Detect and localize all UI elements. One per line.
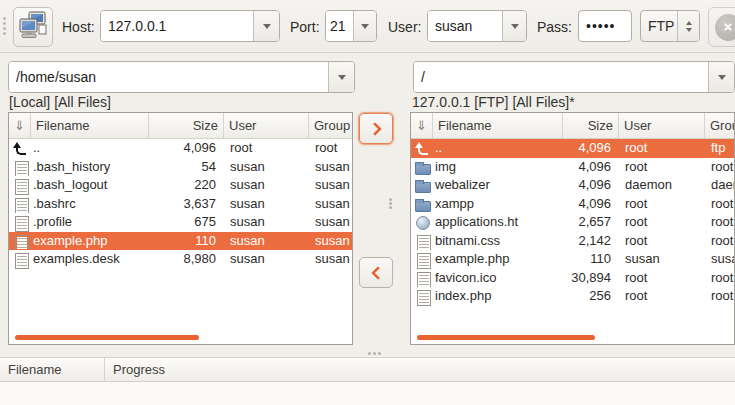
folder-icon <box>411 176 433 195</box>
table-row[interactable]: .. 4,096 root root <box>9 139 352 158</box>
queue-filename-column-header[interactable]: Filename <box>0 358 105 381</box>
folder-icon <box>411 195 433 214</box>
user-column-header[interactable]: User <box>619 113 705 138</box>
file-icon <box>9 250 31 269</box>
remote-path-dropdown-button[interactable] <box>708 62 734 92</box>
stop-button[interactable]: × <box>708 7 735 47</box>
up-icon <box>411 139 433 158</box>
queue-splitter-handle[interactable] <box>368 352 371 355</box>
file-icon <box>9 213 31 232</box>
connection-toolbar: Host: Port: User: Pass: FTP × <box>0 0 735 53</box>
group-column-header[interactable]: Group <box>705 113 735 138</box>
table-row[interactable]: example.php 110 susan susan <box>411 250 734 269</box>
local-list-header: ⇓ Filename Size User Group <box>9 113 352 139</box>
transfer-to-remote-button[interactable] <box>359 113 393 144</box>
protocol-select[interactable]: FTP <box>640 10 700 42</box>
table-row[interactable]: .profile 675 susan susan <box>9 213 352 232</box>
transfer-queue-header: Filename Progress <box>0 357 735 382</box>
chevron-down-icon <box>511 24 519 33</box>
group-column-header[interactable]: Group <box>309 113 353 138</box>
table-row[interactable]: examples.desk 8,980 susan susan <box>9 250 352 269</box>
remote-list-header: ⇓ Filename Size User Group <box>411 113 734 139</box>
host-dropdown-button[interactable] <box>253 11 279 41</box>
connect-computers-icon <box>18 10 48 44</box>
file-icon <box>411 269 433 288</box>
transfer-to-local-button[interactable] <box>359 257 393 288</box>
port-combo <box>325 10 377 42</box>
user-input[interactable] <box>428 11 502 41</box>
toolbar-drag-handle[interactable] <box>3 17 6 20</box>
sort-column-header[interactable]: ⇓ <box>9 113 31 138</box>
chevron-down-icon <box>263 24 271 33</box>
table-row[interactable]: xampp 4,096 root root <box>411 195 734 214</box>
remote-file-list: ⇓ Filename Size User Group .. 4,096 root… <box>410 112 735 345</box>
sort-descending-icon: ⇓ <box>14 118 25 133</box>
local-path-input[interactable] <box>9 62 328 92</box>
pass-label: Pass: <box>537 11 572 43</box>
host-input[interactable] <box>101 11 253 41</box>
sort-column-header[interactable]: ⇓ <box>411 113 433 138</box>
protocol-spinner[interactable] <box>677 11 699 41</box>
connect-button[interactable] <box>13 7 53 47</box>
port-label: Port: <box>290 11 320 43</box>
remote-path-combo <box>413 61 735 93</box>
transfer-queue-list[interactable] <box>0 382 735 405</box>
local-rows: .. 4,096 root root .bash_history 54 susa… <box>9 139 352 344</box>
user-dropdown-button[interactable] <box>502 11 526 41</box>
remote-rows: .. 4,096 root ftp img 4,096 root root we… <box>411 139 734 344</box>
table-row[interactable]: favicon.ico 30,894 root root <box>411 269 734 288</box>
user-label: User: <box>388 11 421 43</box>
size-column-header[interactable]: Size <box>563 113 619 138</box>
file-icon <box>411 232 433 251</box>
table-row[interactable]: webalizer 4,096 daemon daemon <box>411 176 734 195</box>
table-row[interactable]: example.php 110 susan susan <box>9 232 352 251</box>
port-input[interactable] <box>326 11 353 41</box>
password-input[interactable] <box>578 10 632 42</box>
local-status-label: [Local] [All Files] <box>9 94 111 110</box>
file-icon <box>9 232 31 251</box>
chevron-down-icon <box>338 75 346 84</box>
user-combo <box>427 10 527 42</box>
user-column-header[interactable]: User <box>224 113 309 138</box>
pane-splitter-handle[interactable] <box>389 198 392 201</box>
globe-icon <box>411 213 433 232</box>
table-row[interactable]: img 4,096 root root <box>411 158 734 177</box>
chevron-down-icon <box>361 24 369 33</box>
table-row[interactable]: .bash_logout 220 susan susan <box>9 176 352 195</box>
remote-status-label: 127.0.0.1 [FTP] [All Files]* <box>412 94 575 110</box>
file-icon <box>9 176 31 195</box>
arrow-right-icon <box>367 121 381 135</box>
table-row[interactable]: index.php 256 root root <box>411 287 734 306</box>
folder-icon <box>411 158 433 177</box>
table-row[interactable]: applications.ht 2,657 root root <box>411 213 734 232</box>
spin-down-icon <box>686 28 692 35</box>
spin-up-icon <box>686 18 692 25</box>
size-column-header[interactable]: Size <box>149 113 224 138</box>
chevron-down-icon <box>718 75 726 84</box>
file-icon <box>9 195 31 214</box>
file-icon <box>411 287 433 306</box>
host-label: Host: <box>62 11 95 43</box>
horizontal-scrollbar-thumb[interactable] <box>417 335 595 340</box>
filename-column-header[interactable]: Filename <box>433 113 563 138</box>
horizontal-scrollbar-thumb[interactable] <box>15 335 199 340</box>
file-icon <box>9 158 31 177</box>
table-row[interactable]: bitnami.css 2,142 root root <box>411 232 734 251</box>
local-path-combo <box>8 61 355 93</box>
local-file-list: ⇓ Filename Size User Group .. 4,096 root… <box>8 112 353 345</box>
sort-descending-icon: ⇓ <box>416 118 427 133</box>
queue-progress-column-header[interactable]: Progress <box>105 358 735 381</box>
local-path-dropdown-button[interactable] <box>328 62 354 92</box>
arrow-left-icon <box>370 265 384 279</box>
port-dropdown-button[interactable] <box>353 11 376 41</box>
stop-x-icon: × <box>715 14 735 41</box>
file-icon <box>411 250 433 269</box>
up-icon <box>9 139 31 158</box>
protocol-value: FTP <box>641 11 677 41</box>
host-combo <box>100 10 280 42</box>
table-row[interactable]: .. 4,096 root ftp <box>411 139 734 158</box>
remote-path-input[interactable] <box>414 62 708 92</box>
table-row[interactable]: .bash_history 54 susan susan <box>9 158 352 177</box>
filename-column-header[interactable]: Filename <box>31 113 149 138</box>
table-row[interactable]: .bashrc 3,637 susan susan <box>9 195 352 214</box>
